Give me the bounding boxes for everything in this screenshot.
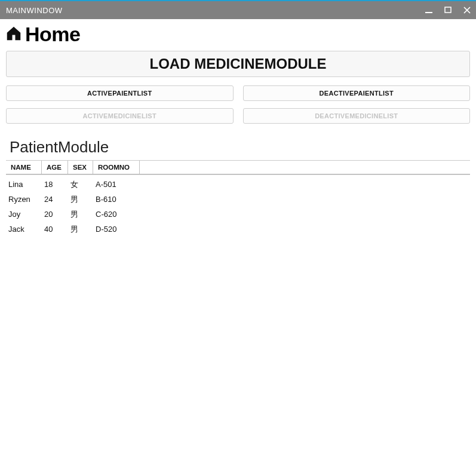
deactive-medicine-list-button: DEACTIVEMEDICINELIST (243, 108, 471, 124)
table-row[interactable]: Lina18女A-501 (6, 177, 470, 192)
table-row[interactable]: Ryzen24男B-610 (6, 192, 470, 207)
column-header-spacer (140, 161, 470, 174)
column-header-age[interactable]: AGE (42, 161, 68, 174)
load-medicine-module-button[interactable]: LOAD MEDICINEMODULE (6, 51, 470, 77)
titlebar: MAINWINDOW (0, 1, 476, 19)
close-button[interactable] (463, 6, 471, 14)
svg-rect-1 (445, 7, 451, 13)
active-medicine-list-button: ACTIVEMEDICINELIST (6, 108, 234, 124)
cell-room: D-520 (93, 225, 140, 234)
cell-age: 40 (42, 225, 68, 234)
active-medicine-list-label: ACTIVEMEDICINELIST (83, 112, 156, 119)
deactive-patient-list-label: DEACTIVEPAIENTLIST (320, 90, 394, 97)
window-title: MAINWINDOW (6, 6, 425, 15)
page-header: Home (5, 23, 470, 46)
minimize-button[interactable] (425, 6, 433, 14)
module-title: PatientModule (10, 138, 470, 157)
page-title: Home (25, 23, 80, 46)
cell-room: A-501 (93, 180, 140, 189)
column-header-room[interactable]: ROOMNO (93, 161, 140, 174)
column-header-name[interactable]: NAME (6, 161, 42, 174)
active-patient-list-label: ACTIVEPAIENTLIST (87, 90, 152, 97)
maximize-button[interactable] (444, 6, 452, 14)
cell-name: Jack (6, 225, 42, 234)
active-patient-list-button[interactable]: ACTIVEPAIENTLIST (6, 85, 234, 101)
cell-name: Joy (6, 210, 42, 219)
patient-table: NAME AGE SEX ROOMNO Lina18女A-501Ryzen24男… (6, 160, 470, 237)
home-icon (5, 24, 23, 45)
table-row[interactable]: Jack40男D-520 (6, 222, 470, 237)
cell-sex: 男 (68, 194, 93, 205)
deactive-medicine-list-label: DEACTIVEMEDICINELIST (315, 112, 398, 119)
cell-sex: 男 (68, 209, 93, 220)
column-header-sex[interactable]: SEX (68, 161, 93, 174)
cell-age: 20 (42, 210, 68, 219)
cell-room: C-620 (93, 210, 140, 219)
load-medicine-module-label: LOAD MEDICINEMODULE (150, 56, 327, 72)
cell-room: B-610 (93, 195, 140, 204)
cell-sex: 女 (68, 179, 93, 190)
table-row[interactable]: Joy20男C-620 (6, 207, 470, 222)
cell-age: 18 (42, 180, 68, 189)
table-body: Lina18女A-501Ryzen24男B-610Joy20男C-620Jack… (6, 174, 470, 237)
cell-age: 24 (42, 195, 68, 204)
cell-name: Ryzen (6, 195, 42, 204)
cell-name: Lina (6, 180, 42, 189)
table-header: NAME AGE SEX ROOMNO (6, 160, 470, 174)
deactive-patient-list-button[interactable]: DEACTIVEPAIENTLIST (243, 85, 471, 101)
cell-sex: 男 (68, 224, 93, 235)
